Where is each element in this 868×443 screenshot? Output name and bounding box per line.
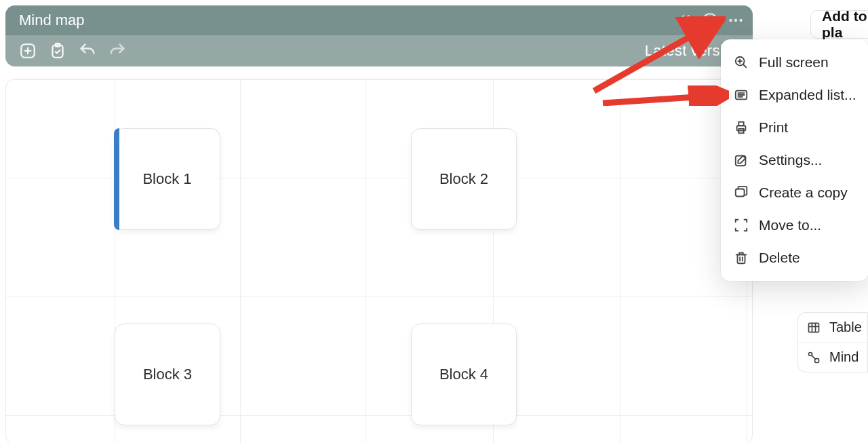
svg-rect-24: [738, 122, 743, 126]
svg-rect-9: [809, 323, 819, 332]
copy-window-icon: [733, 185, 749, 201]
more-menu: Full screen Expanded list... Print Setti…: [721, 39, 868, 281]
list-icon: [733, 87, 749, 103]
svg-rect-27: [736, 189, 745, 197]
view-option-mind[interactable]: Mind: [798, 343, 867, 372]
clock-icon[interactable]: [701, 12, 719, 29]
undo-icon[interactable]: [77, 41, 98, 61]
magnify-plus-icon: [733, 54, 749, 71]
menu-expanded-list[interactable]: Expanded list...: [722, 79, 867, 111]
move-icon: [733, 217, 749, 233]
block-label: Block 1: [142, 170, 191, 188]
view-switcher: Table Mind: [797, 312, 868, 372]
collapse-icon[interactable]: [675, 12, 693, 29]
menu-item-label: Print: [759, 119, 788, 136]
svg-rect-28: [738, 254, 745, 263]
mindmap-block[interactable]: Block 2: [411, 128, 517, 230]
more-icon[interactable]: [727, 12, 745, 29]
svg-point-1: [729, 19, 732, 22]
add-icon[interactable]: [18, 41, 38, 61]
block-label: Block 2: [439, 170, 488, 188]
svg-line-18: [743, 64, 747, 68]
mindmap-block[interactable]: Block 4: [411, 324, 517, 425]
page-title: Mind map: [19, 12, 675, 29]
menu-item-label: Full screen: [759, 54, 829, 71]
mind-icon: [806, 350, 821, 365]
clipboard-icon[interactable]: [47, 41, 68, 61]
add-to-plan-label: Add to pla: [822, 8, 868, 41]
menu-item-label: Move to...: [759, 217, 821, 233]
mindmap-block[interactable]: Block 1: [115, 128, 220, 230]
add-to-plan-button[interactable]: Add to pla: [810, 10, 868, 39]
pencil-square-icon: [733, 152, 749, 168]
block-label: Block 3: [143, 366, 192, 383]
menu-item-label: Expanded list...: [759, 87, 856, 103]
view-option-label: Table: [829, 320, 862, 335]
menu-move-to[interactable]: Move to...: [722, 209, 867, 242]
svg-point-2: [734, 19, 737, 22]
view-option-label: Mind: [829, 349, 859, 365]
menu-item-label: Create a copy: [759, 185, 848, 201]
redo-icon[interactable]: [107, 41, 127, 61]
block-label: Block 4: [439, 366, 488, 383]
menu-full-screen[interactable]: Full screen: [722, 46, 867, 79]
menu-item-label: Settings...: [759, 152, 822, 168]
trash-icon: [733, 250, 749, 266]
menu-create-copy[interactable]: Create a copy: [722, 176, 867, 209]
table-icon: [806, 320, 821, 335]
mindmap-canvas[interactable]: Block 1 Block 2 Block 3 Block 4: [5, 79, 753, 443]
svg-point-3: [739, 19, 742, 22]
menu-item-label: Delete: [759, 250, 800, 266]
menu-delete[interactable]: Delete: [722, 242, 867, 274]
menu-print[interactable]: Print: [722, 111, 867, 144]
titlebar: Mind map: [5, 5, 753, 35]
printer-icon: [733, 119, 749, 136]
toolbar: Latest version: [5, 35, 753, 66]
menu-settings[interactable]: Settings...: [722, 144, 867, 176]
view-option-table[interactable]: Table: [798, 313, 867, 343]
mindmap-block[interactable]: Block 3: [115, 324, 220, 425]
